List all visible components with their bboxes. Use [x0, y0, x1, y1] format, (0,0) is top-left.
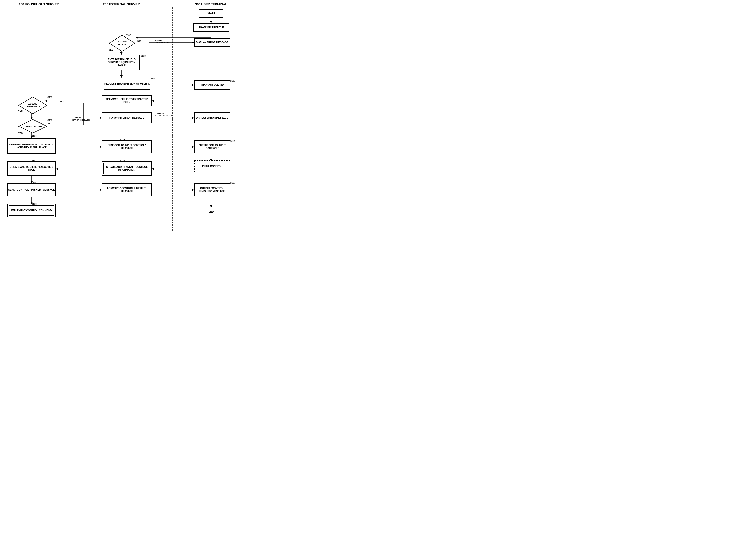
flowchart-diagram: 100 HOUSEHOLD SERVER 200 EXTERNAL SERVER… — [0, 0, 252, 231]
step-s114: S114 — [32, 160, 37, 162]
col1-header: 100 HOUSEHOLD SERVER — [5, 2, 73, 6]
s103-box: EXTRACT HOUSEHOLD SERVER'S FQDN FROM TAB… — [104, 55, 140, 70]
s106-box: TRANSMIT USER ID TO EXTRACTED FQDN — [102, 95, 152, 106]
svg-marker-1 — [210, 21, 212, 23]
s115-box: SEND "CONTROL FINISHED" MESSAGE — [7, 183, 56, 196]
s104-box: REQUEST TRANSMISSION OF USER ID — [104, 78, 150, 90]
step-s106: S106 — [128, 94, 133, 97]
step-s108: S108 — [47, 119, 52, 121]
display-err1-box: DISPLAY ERROR MESSAGE — [194, 38, 230, 47]
step-s116: S116 — [120, 182, 125, 184]
svg-marker-19 — [30, 116, 33, 119]
step-s118: S118 — [32, 203, 37, 205]
s108-diamond: IS USER LISTED? — [18, 119, 47, 133]
svg-marker-23 — [100, 116, 102, 119]
step-s115: S115 — [32, 182, 37, 184]
s110-box: TRANSMIT PERMISSION TO CONTROL HOUSEHOLD… — [7, 138, 56, 154]
svg-marker-33 — [192, 146, 194, 148]
s111-box: SEND "OK TO INPUT CONTROL" MESSAGE — [102, 140, 152, 153]
svg-marker-43 — [100, 189, 102, 191]
svg-marker-39 — [56, 167, 58, 170]
s101-box: TRANSMIT FAMILY ID — [193, 23, 229, 32]
step-s112: S112 — [230, 140, 235, 142]
svg-marker-6 — [120, 52, 123, 55]
svg-marker-10 — [120, 75, 123, 78]
step-s110: S110 — [32, 135, 37, 137]
svg-marker-37 — [152, 167, 154, 170]
s116-box: FORWARD "CONTROL FINISHED" MESSAGE — [102, 183, 152, 196]
no-s102: NO — [137, 40, 141, 42]
end-box: END — [199, 208, 223, 216]
yes-s102: YES — [109, 49, 113, 51]
svg-marker-31 — [100, 146, 102, 148]
svg-marker-45 — [192, 189, 194, 191]
step-s111: S111 — [120, 139, 125, 141]
svg-marker-12 — [192, 84, 194, 86]
step-s104: S104 — [150, 77, 156, 80]
input-control-box: INPUT CONTROL — [194, 160, 230, 172]
step-s105: S105 — [230, 80, 235, 82]
display-err2-box: DISPLAY ERROR MESSAGE — [194, 112, 230, 123]
step-s102: S102 — [126, 34, 131, 36]
s105-box: TRANSMIT USER ID — [194, 80, 230, 90]
s117-box: OUTPUT "CONTROL FINISHED" MESSAGE — [194, 183, 230, 196]
step-s109: S109 — [119, 111, 124, 114]
step-s113: S113 — [120, 160, 125, 162]
no-s107: NO — [60, 100, 64, 102]
col3-header: 300 USER TERMINAL — [177, 2, 245, 6]
transmit-err-label-3: TRANSMITERROR MESSAGE — [155, 112, 175, 117]
yes-s108: YES — [18, 132, 23, 134]
transmit-err-label-2: TRANSMITERROR MESSAGE — [72, 116, 92, 121]
step-s117: S117 — [230, 182, 235, 184]
col2-header: 200 EXTERNAL SERVER — [87, 2, 155, 6]
step-s103: S103 — [141, 55, 146, 57]
no-s108: NO — [48, 122, 51, 125]
yes-s107: YES — [18, 110, 23, 112]
step-s107: S107 — [47, 96, 52, 98]
svg-marker-29 — [192, 116, 194, 119]
svg-marker-47 — [210, 205, 212, 208]
svg-marker-4 — [136, 36, 138, 39]
s114-box: CREATE AND REGISTER EXECUTION RULE — [7, 161, 56, 175]
svg-marker-15 — [152, 100, 154, 102]
s109-box: FORWARD ERROR MESSAGE — [102, 112, 152, 123]
s112-box: OUTPUT "OK TO INPUT CONTROL" — [194, 140, 230, 153]
svg-marker-8 — [192, 41, 194, 44]
s113-box: CREATE AND TRANSMIT CONTROL INFORMATION — [102, 161, 152, 175]
transmit-err-label-1: TRANSMITERROR MESSAGE — [154, 39, 173, 44]
s118-box: IMPLEMENT CONTROL COMMAND — [7, 204, 56, 217]
start-box: START — [199, 9, 223, 18]
